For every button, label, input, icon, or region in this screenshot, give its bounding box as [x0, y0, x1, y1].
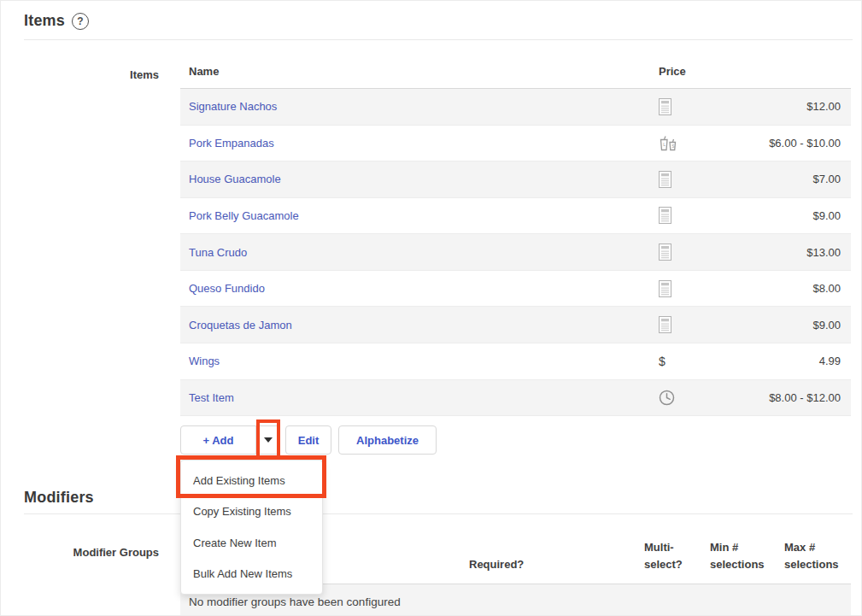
menu-page-icon	[659, 243, 684, 261]
menu-page-icon	[659, 207, 684, 224]
column-header-required: Required?	[469, 556, 524, 573]
question-circle-icon[interactable]: ?	[72, 13, 89, 30]
modifiers-title-text: Modifiers	[24, 489, 94, 507]
menu-item-copy-existing-items[interactable]: Copy Existing Items	[181, 496, 322, 528]
table-row: Test Item $8.00 - $12.00	[180, 380, 851, 417]
item-price: $13.00	[684, 246, 841, 259]
table-row: Queso Fundido $8.00	[180, 271, 851, 308]
item-link[interactable]: Wings	[189, 355, 659, 367]
items-divider	[24, 39, 853, 40]
menu-page-icon	[659, 280, 684, 297]
items-table-header: Name Price	[180, 52, 851, 89]
edit-button[interactable]: Edit	[285, 425, 331, 455]
item-link[interactable]: Tuna Crudo	[189, 246, 659, 259]
item-price: 4.99	[684, 355, 841, 367]
column-header-min-selections: Min # selections	[710, 539, 773, 573]
item-link[interactable]: Queso Fundido	[189, 282, 659, 295]
item-link[interactable]: Croquetas de Jamon	[189, 319, 659, 331]
menu-page-icon	[659, 171, 684, 188]
menu-page-icon	[659, 98, 684, 115]
column-header-multi-select: Multi-select?	[644, 539, 694, 573]
dollar-sign-icon: $	[659, 355, 684, 368]
menu-page-icon	[659, 316, 684, 333]
item-link[interactable]: Signature Nachos	[189, 100, 659, 113]
table-row: House Guacamole $7.00	[180, 161, 851, 198]
table-row: Pork Belly Guacamole $9.00	[180, 198, 851, 235]
table-row: Wings $ 4.99	[180, 343, 851, 380]
item-price: $6.00 - $10.00	[684, 137, 841, 150]
items-section-title: Items ?	[24, 12, 89, 30]
alphabetize-button[interactable]: Alphabetize	[338, 425, 437, 455]
item-price: $9.00	[684, 209, 841, 222]
add-button[interactable]: + Add	[181, 426, 256, 454]
item-price: $7.00	[684, 173, 841, 185]
clock-icon	[659, 390, 684, 406]
item-price: $9.00	[684, 319, 841, 331]
items-row-label: Items	[24, 68, 159, 81]
item-link[interactable]: House Guacamole	[189, 173, 659, 185]
annotation-box-caret	[256, 419, 280, 460]
table-row: Tuna Crudo $13.00	[180, 234, 851, 271]
size-cups-icon: LS	[659, 134, 684, 151]
annotation-box-add-existing-items	[176, 455, 326, 498]
item-link[interactable]: Pork Belly Guacamole	[189, 209, 659, 222]
table-row: Croquetas de Jamon $9.00	[180, 307, 851, 343]
table-row: Pork Empanadas LS $6.00 - $10.00	[180, 126, 851, 162]
menu-item-create-new-item[interactable]: Create New Item	[181, 527, 322, 559]
menu-item-bulk-add-new-items[interactable]: Bulk Add New Items	[181, 559, 322, 590]
item-price: $8.00	[684, 282, 841, 295]
item-link[interactable]: Pork Empanadas	[189, 137, 659, 150]
modifier-groups-row-label: Modifier Groups	[24, 546, 159, 559]
items-table-body: Signature Nachos $12.00 Pork Empanadas L…	[180, 89, 851, 416]
menu-editor-page: Items ? Items Name Price Signature Nacho…	[0, 0, 862, 616]
modifiers-section-title: Modifiers	[24, 489, 94, 507]
item-price: $12.00	[684, 100, 841, 113]
items-title-text: Items	[24, 12, 65, 30]
column-header-name: Name	[189, 65, 659, 78]
table-row: Signature Nachos $12.00	[180, 89, 851, 126]
items-table: Name Price Signature Nachos $12.00 Pork …	[180, 52, 851, 416]
column-header-price: Price	[659, 65, 686, 78]
item-price: $8.00 - $12.00	[684, 391, 841, 404]
column-header-max-selections: Max # selections	[784, 539, 847, 573]
modifiers-divider	[24, 513, 853, 514]
svg-text:L: L	[663, 142, 666, 147]
item-link[interactable]: Test Item	[189, 391, 659, 404]
